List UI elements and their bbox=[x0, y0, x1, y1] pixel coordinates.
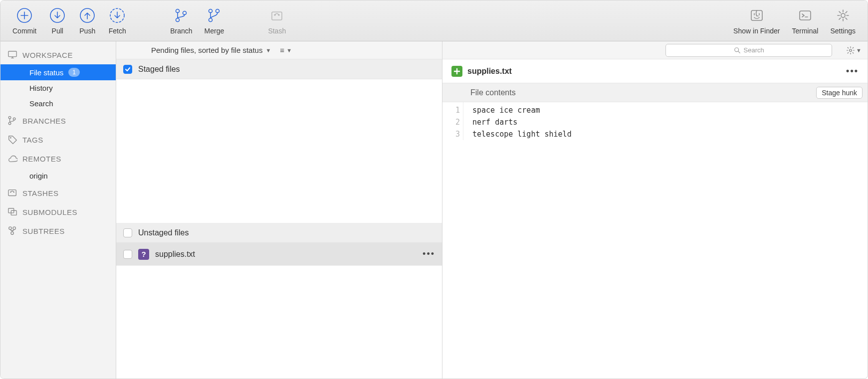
merge-icon bbox=[206, 7, 222, 24]
svg-rect-16 bbox=[8, 51, 16, 57]
sidebar-item-label: File status bbox=[29, 68, 63, 77]
file-status-unknown-icon: ? bbox=[138, 249, 149, 260]
code-line: nerf darts bbox=[472, 116, 572, 128]
sidebar-section-remotes[interactable]: REMOTES bbox=[0, 149, 116, 168]
sidebar-item-file-status[interactable]: File status1 bbox=[0, 64, 116, 80]
code-lines: space ice creamnerf dartstelescope light… bbox=[463, 102, 572, 140]
sidebar-section-title: SUBMODULES bbox=[22, 208, 77, 216]
sidebar-item-history[interactable]: History bbox=[0, 80, 116, 96]
toolbar-push-button[interactable]: Push bbox=[72, 7, 102, 35]
search-placeholder: Search bbox=[744, 46, 764, 54]
file-added-icon bbox=[451, 66, 462, 77]
staged-checkbox[interactable] bbox=[123, 65, 132, 74]
main-area: WORKSPACEFile status1HistorySearchBRANCH… bbox=[0, 41, 868, 379]
chevron-down-icon: ▼ bbox=[265, 47, 271, 53]
staged-files-header: Staged files bbox=[116, 59, 442, 79]
fetch-circle-icon bbox=[109, 7, 126, 24]
line-number: 3 bbox=[442, 128, 460, 140]
toolbar-label: Stash bbox=[268, 27, 286, 35]
toolbar-label: Settings bbox=[830, 27, 856, 35]
diff-file-header: supplies.txt ••• bbox=[442, 59, 868, 83]
toolbar-stash-button[interactable]: Stash bbox=[262, 7, 292, 35]
subtree-icon bbox=[7, 225, 17, 236]
svg-point-17 bbox=[8, 116, 11, 119]
sidebar-section-title: REMOTES bbox=[22, 155, 61, 163]
sidebar-section-title: TAGS bbox=[22, 136, 43, 144]
monitor-icon bbox=[7, 49, 17, 60]
sidebar-section-stashes[interactable]: STASHES bbox=[0, 184, 116, 202]
toolbar-label: Branch bbox=[170, 27, 192, 35]
search-icon bbox=[734, 47, 741, 54]
sidebar-item-label: History bbox=[29, 84, 53, 92]
svg-point-20 bbox=[10, 137, 11, 139]
toolbar-settings-button[interactable]: Settings bbox=[824, 7, 862, 35]
search-input[interactable]: Search bbox=[665, 44, 832, 57]
submodule-icon bbox=[7, 206, 17, 217]
file-sort-dropdown[interactable]: Pending files, sorted by file status ▼ bbox=[151, 46, 271, 54]
sidebar-item-origin[interactable]: origin bbox=[0, 168, 116, 184]
sidebar-section-workspace[interactable]: WORKSPACE bbox=[0, 45, 116, 64]
svg-point-27 bbox=[13, 227, 15, 229]
sidebar-section-subtrees[interactable]: SUBTREES bbox=[0, 221, 116, 240]
plus-circle-icon bbox=[16, 7, 33, 24]
stash-icon bbox=[7, 188, 17, 198]
line-numbers: 123 bbox=[442, 102, 463, 140]
diff-toolbar: Search ▼ bbox=[442, 41, 868, 59]
stage-hunk-button[interactable]: Stage hunk bbox=[816, 87, 863, 99]
toolbar-label: Show in Finder bbox=[733, 27, 780, 35]
svg-rect-14 bbox=[800, 11, 811, 20]
list-view-toggle[interactable]: ≡ ▼ bbox=[280, 46, 292, 54]
sidebar-section-submodules[interactable]: SUBMODULES bbox=[0, 202, 116, 221]
diff-options-button[interactable]: ▼ bbox=[846, 46, 862, 55]
file-list-panel: Pending files, sorted by file status ▼ ≡… bbox=[116, 41, 442, 379]
cloud-icon bbox=[7, 153, 17, 164]
toolbar: CommitPullPushFetchBranchMergeStash Show… bbox=[0, 0, 868, 41]
diff-content: 123 space ice creamnerf dartstelescope l… bbox=[442, 102, 868, 140]
toolbar-fetch-button[interactable]: Fetch bbox=[102, 7, 132, 35]
toolbar-branch-button[interactable]: Branch bbox=[164, 7, 198, 35]
toolbar-show-in-finder-button[interactable]: Show in Finder bbox=[727, 7, 786, 35]
svg-point-26 bbox=[9, 227, 11, 229]
hunk-label: File contents bbox=[470, 88, 516, 97]
settings-icon bbox=[835, 7, 852, 24]
code-line: space ice cream bbox=[472, 104, 572, 116]
sidebar-section-title: STASHES bbox=[22, 189, 58, 197]
diff-file-more-button[interactable]: ••• bbox=[846, 66, 859, 76]
sidebar-item-search[interactable]: Search bbox=[0, 96, 116, 111]
toolbar-commit-button[interactable]: Commit bbox=[6, 7, 42, 35]
file-row[interactable]: ?supplies.txt••• bbox=[116, 243, 442, 266]
staged-files-list bbox=[116, 79, 442, 223]
svg-point-28 bbox=[11, 232, 13, 234]
count-badge: 1 bbox=[68, 68, 80, 77]
diff-panel: Search ▼ supplies.txt ••• File contents … bbox=[442, 41, 868, 379]
chevron-down-icon: ▼ bbox=[286, 47, 292, 53]
list-icon: ≡ bbox=[280, 46, 284, 54]
svg-point-31 bbox=[850, 49, 852, 51]
unstaged-files-list: ?supplies.txt••• bbox=[116, 243, 442, 266]
hunk-header: File contents Stage hunk bbox=[442, 83, 868, 102]
toolbar-label: Push bbox=[79, 27, 95, 35]
sidebar-section-title: SUBTREES bbox=[22, 227, 65, 235]
unstaged-checkbox[interactable] bbox=[123, 228, 132, 237]
svg-rect-21 bbox=[8, 190, 16, 196]
file-sort-label: Pending files, sorted by file status bbox=[151, 46, 262, 54]
sidebar-section-title: BRANCHES bbox=[22, 117, 66, 125]
finder-icon bbox=[748, 7, 765, 24]
toolbar-terminal-button[interactable]: Terminal bbox=[786, 7, 825, 35]
sidebar-section-branches[interactable]: BRANCHES bbox=[0, 111, 116, 130]
gear-icon bbox=[846, 46, 855, 55]
toolbar-label: Commit bbox=[12, 27, 36, 35]
svg-point-5 bbox=[176, 18, 180, 21]
code-line: telescope light shield bbox=[472, 128, 572, 140]
file-checkbox[interactable] bbox=[123, 250, 132, 259]
svg-point-8 bbox=[209, 18, 213, 21]
toolbar-merge-button[interactable]: Merge bbox=[199, 7, 230, 35]
svg-line-30 bbox=[738, 51, 739, 52]
toolbar-label: Merge bbox=[205, 27, 224, 35]
svg-point-18 bbox=[8, 122, 11, 125]
file-more-button[interactable]: ••• bbox=[423, 249, 435, 259]
sidebar-section-tags[interactable]: TAGS bbox=[0, 130, 116, 149]
toolbar-pull-button[interactable]: Pull bbox=[42, 7, 72, 35]
stash-icon bbox=[268, 7, 285, 24]
unstaged-files-header: Unstaged files bbox=[116, 223, 442, 243]
